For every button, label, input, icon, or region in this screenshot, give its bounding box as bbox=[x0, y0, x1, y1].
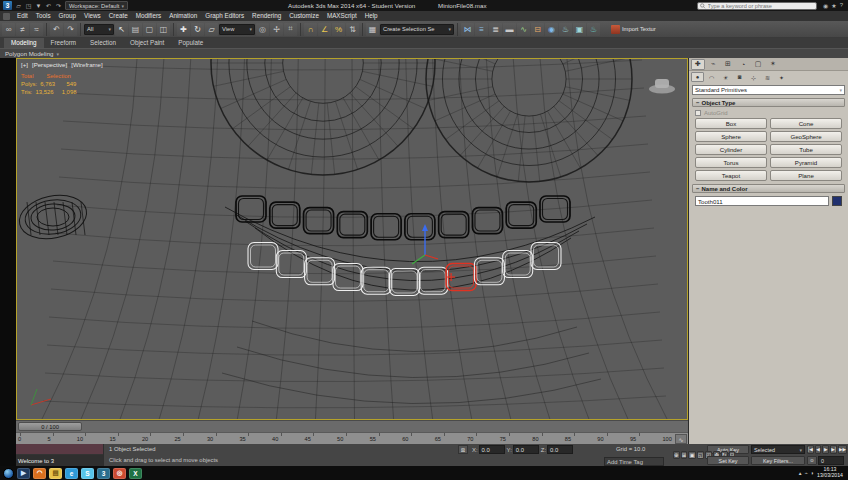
object-name-field[interactable]: Tooth011 bbox=[695, 196, 829, 206]
rectangular-selection-region-icon[interactable]: ▢ bbox=[143, 23, 156, 36]
utilities-tab-icon[interactable]: ✶ bbox=[766, 59, 780, 70]
menu-item[interactable]: Create bbox=[105, 11, 132, 21]
selection-lock-icon[interactable]: ⊠ bbox=[458, 445, 468, 454]
selection-filter-dropdown[interactable]: All bbox=[84, 24, 114, 35]
menu-item[interactable]: MAXScript bbox=[323, 11, 361, 21]
object-type-button[interactable]: Torus bbox=[695, 157, 767, 168]
previous-frame-button[interactable]: ◀ bbox=[815, 445, 822, 454]
space-warps-category-icon[interactable]: ≋ bbox=[761, 72, 774, 82]
object-type-rollout[interactable]: Object Type bbox=[692, 98, 845, 107]
menu-item[interactable]: Modifiers bbox=[132, 11, 166, 21]
favorites-icon[interactable]: ★ bbox=[831, 2, 836, 9]
undo-icon[interactable]: ↶ bbox=[44, 1, 53, 10]
align-icon[interactable]: ≡ bbox=[475, 23, 488, 36]
next-frame-button[interactable]: ▶| bbox=[830, 445, 837, 454]
import-texture-button[interactable]: Import Textur bbox=[611, 25, 656, 34]
autogrid-checkbox[interactable] bbox=[695, 110, 701, 116]
set-key-button[interactable]: Set Key bbox=[707, 456, 749, 465]
track-bar[interactable]: 0510152025303540455055606570758085909510… bbox=[16, 432, 688, 444]
community-icon[interactable]: ◉ bbox=[823, 2, 828, 9]
hierarchy-tab-icon[interactable]: ⊞ bbox=[721, 59, 735, 70]
show-hidden-icons-icon[interactable]: ▴ bbox=[799, 470, 802, 476]
name-and-color-rollout[interactable]: Name and Color bbox=[692, 184, 845, 193]
menu-item[interactable]: Edit bbox=[13, 11, 32, 21]
menu-item[interactable]: Help bbox=[361, 11, 382, 21]
display-tab-icon[interactable]: ▢ bbox=[751, 59, 765, 70]
mirror-icon[interactable]: ⋈ bbox=[461, 23, 474, 36]
ribbon-tab[interactable]: Modeling bbox=[4, 38, 44, 48]
bind-to-space-warp-icon[interactable]: ≈ bbox=[30, 23, 43, 36]
snaps-toggle-icon[interactable]: ∩ bbox=[304, 23, 317, 36]
menu-item[interactable]: Tools bbox=[32, 11, 55, 21]
coordinate-field[interactable]: Z: 0.0 bbox=[541, 445, 573, 454]
maxscript-mini-listener[interactable]: Welcome to 3 bbox=[16, 444, 104, 466]
select-by-name-icon[interactable]: ▤ bbox=[129, 23, 142, 36]
coordinate-value[interactable]: 0.0 bbox=[547, 445, 573, 454]
viewport-pov-menu[interactable]: [Perspective] bbox=[32, 61, 67, 68]
save-file-icon[interactable]: ▼ bbox=[34, 1, 43, 10]
material-editor-icon[interactable]: ◉ bbox=[545, 23, 558, 36]
layer-manager-icon[interactable]: ≣ bbox=[489, 23, 502, 36]
create-tab-icon[interactable]: ✚ bbox=[691, 59, 705, 70]
object-type-button[interactable]: Box bbox=[695, 118, 767, 129]
taskbar-clock[interactable]: 16:13 13/03/2014 bbox=[817, 467, 845, 478]
ribbon-panel-strip[interactable]: Polygon Modeling bbox=[0, 48, 848, 58]
motion-tab-icon[interactable]: ◔ bbox=[736, 59, 750, 70]
coordinate-value[interactable]: 0.0 bbox=[479, 445, 505, 454]
select-object-icon[interactable]: ↖ bbox=[115, 23, 128, 36]
coordinate-value[interactable]: 0.0 bbox=[513, 445, 539, 454]
taskbar-app-media-player[interactable]: ▶ bbox=[17, 468, 30, 479]
taskbar-app-file-explorer[interactable]: ▤ bbox=[49, 468, 62, 479]
use-pivot-point-center-icon[interactable]: ◎ bbox=[256, 23, 269, 36]
viewport-shading-menu[interactable]: [Wireframe] bbox=[71, 61, 103, 68]
taskbar-app-internet-explorer[interactable]: e bbox=[65, 468, 78, 479]
go-to-end-button[interactable]: ▶▶ bbox=[838, 445, 847, 454]
taskbar-app-skype[interactable]: S bbox=[81, 468, 94, 479]
add-time-tag-button[interactable]: Add Time Tag bbox=[604, 457, 664, 466]
object-type-button[interactable]: Cylinder bbox=[695, 144, 767, 155]
window-crossing-icon[interactable]: ◫ bbox=[157, 23, 170, 36]
application-button-icon[interactable] bbox=[3, 13, 10, 20]
ribbon-tab[interactable]: Selection bbox=[83, 38, 123, 48]
zoom-extents-icon[interactable]: ▣ bbox=[688, 451, 695, 459]
object-color-swatch[interactable] bbox=[832, 196, 842, 206]
coordinate-field[interactable]: X: 0.0 bbox=[472, 445, 505, 454]
curve-editor-icon[interactable]: ∿ bbox=[517, 23, 530, 36]
open-mini-curve-editor-icon[interactable]: ∿ bbox=[675, 434, 687, 444]
rendered-frame-window-icon[interactable]: ▣ bbox=[573, 23, 586, 36]
key-mode-toggle-icon[interactable]: ⊙ bbox=[807, 456, 817, 465]
object-type-button[interactable]: Tube bbox=[770, 144, 842, 155]
taskbar-app-chrome[interactable]: ◎ bbox=[113, 468, 126, 479]
percent-snap-icon[interactable]: % bbox=[332, 23, 345, 36]
taskbar-app-3ds-max[interactable]: 3 bbox=[97, 468, 110, 479]
named-selection-set-field[interactable]: Create Selection Se bbox=[380, 24, 454, 35]
cameras-category-icon[interactable]: ◙ bbox=[733, 72, 746, 82]
volume-icon[interactable]: ◗ bbox=[811, 470, 814, 476]
coordinate-field[interactable]: Y: 0.0 bbox=[507, 445, 539, 454]
zoom-all-icon[interactable]: ⊞ bbox=[681, 451, 688, 459]
object-type-button[interactable]: Teapot bbox=[695, 170, 767, 181]
zoom-icon[interactable]: ⊕ bbox=[673, 451, 680, 459]
object-type-button[interactable]: GeoSphere bbox=[770, 131, 842, 142]
reference-coordinate-dropdown[interactable]: View bbox=[219, 24, 255, 35]
zoom-extents-all-icon[interactable]: ◱ bbox=[697, 451, 704, 459]
key-filters-button[interactable]: Key Filters... bbox=[751, 456, 805, 465]
play-button[interactable]: ▶ bbox=[822, 445, 829, 454]
taskbar-app-excel[interactable]: X bbox=[129, 468, 142, 479]
object-type-button[interactable]: Cone bbox=[770, 118, 842, 129]
ribbon-toggle-icon[interactable]: ▬ bbox=[503, 23, 516, 36]
redo-icon[interactable]: ↷ bbox=[54, 1, 63, 10]
menu-item[interactable]: Views bbox=[80, 11, 105, 21]
shapes-category-icon[interactable]: ◠ bbox=[705, 72, 718, 82]
systems-category-icon[interactable]: ✦ bbox=[775, 72, 788, 82]
menu-item[interactable]: Rendering bbox=[248, 11, 285, 21]
select-and-rotate-icon[interactable]: ↻ bbox=[191, 23, 204, 36]
select-and-scale-icon[interactable]: ▱ bbox=[205, 23, 218, 36]
ribbon-tab[interactable]: Freeform bbox=[44, 38, 84, 48]
render-production-icon[interactable]: ♨ bbox=[587, 23, 600, 36]
primitives-dropdown[interactable]: Standard Primitives bbox=[692, 85, 845, 95]
3ds-max-logo-icon[interactable]: 3 bbox=[3, 1, 12, 10]
time-slider-button[interactable]: 0 / 100 bbox=[18, 422, 82, 431]
selection-set-dropdown[interactable]: Selected bbox=[751, 445, 805, 454]
object-type-button[interactable]: Sphere bbox=[695, 131, 767, 142]
